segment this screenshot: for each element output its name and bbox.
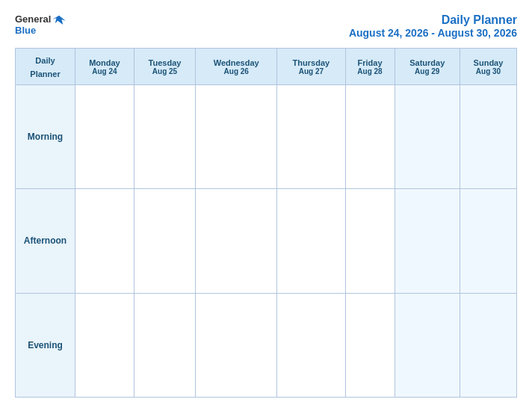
svg-marker-0 xyxy=(53,15,66,24)
evening-tuesday[interactable] xyxy=(134,293,195,397)
afternoon-row: Afternoon xyxy=(16,189,517,293)
evening-thursday[interactable] xyxy=(277,293,345,397)
col-thursday: Thursday Aug 27 xyxy=(277,49,345,85)
col-wednesday: Wednesday Aug 26 xyxy=(196,49,277,85)
logo-blue-text: Blue xyxy=(15,25,36,36)
calendar-table: Daily Planner Monday Aug 24 Tuesday Aug … xyxy=(15,48,517,398)
evening-label: Evening xyxy=(16,293,75,397)
afternoon-label: Afternoon xyxy=(16,189,75,293)
planner-title: Daily Planner xyxy=(349,13,517,27)
col-monday: Monday Aug 24 xyxy=(75,49,134,85)
logo-area: General Blue xyxy=(15,13,66,36)
morning-saturday[interactable] xyxy=(395,85,460,189)
morning-wednesday[interactable] xyxy=(196,85,277,189)
morning-label: Morning xyxy=(16,85,75,189)
col-sunday: Sunday Aug 30 xyxy=(460,49,516,85)
col-tuesday: Tuesday Aug 25 xyxy=(134,49,195,85)
evening-sunday[interactable] xyxy=(460,293,516,397)
evening-monday[interactable] xyxy=(75,293,134,397)
afternoon-monday[interactable] xyxy=(75,189,134,293)
morning-sunday[interactable] xyxy=(460,85,516,189)
col-friday: Friday Aug 28 xyxy=(345,49,395,85)
logo-text: General xyxy=(15,13,66,25)
morning-row: Morning xyxy=(16,85,517,189)
title-area: Daily Planner August 24, 2026 - August 3… xyxy=(349,13,517,39)
morning-monday[interactable] xyxy=(75,85,134,189)
planner-date-range: August 24, 2026 - August 30, 2026 xyxy=(349,27,517,39)
afternoon-tuesday[interactable] xyxy=(134,189,195,293)
afternoon-thursday[interactable] xyxy=(277,189,345,293)
page: General Blue Daily Planner August 24, 20… xyxy=(0,0,532,411)
header-row: Daily Planner Monday Aug 24 Tuesday Aug … xyxy=(16,49,517,85)
morning-friday[interactable] xyxy=(345,85,395,189)
morning-thursday[interactable] xyxy=(277,85,345,189)
evening-saturday[interactable] xyxy=(395,293,460,397)
morning-tuesday[interactable] xyxy=(134,85,195,189)
afternoon-saturday[interactable] xyxy=(395,189,460,293)
afternoon-friday[interactable] xyxy=(345,189,395,293)
header: General Blue Daily Planner August 24, 20… xyxy=(15,13,517,39)
afternoon-wednesday[interactable] xyxy=(196,189,277,293)
evening-friday[interactable] xyxy=(345,293,395,397)
evening-wednesday[interactable] xyxy=(196,293,277,397)
col-saturday: Saturday Aug 29 xyxy=(395,49,460,85)
label-header: Daily Planner xyxy=(16,49,75,85)
logo-bird-icon xyxy=(52,14,66,25)
afternoon-sunday[interactable] xyxy=(460,189,516,293)
logo-general-text: General xyxy=(15,13,51,25)
evening-row: Evening xyxy=(16,293,517,397)
